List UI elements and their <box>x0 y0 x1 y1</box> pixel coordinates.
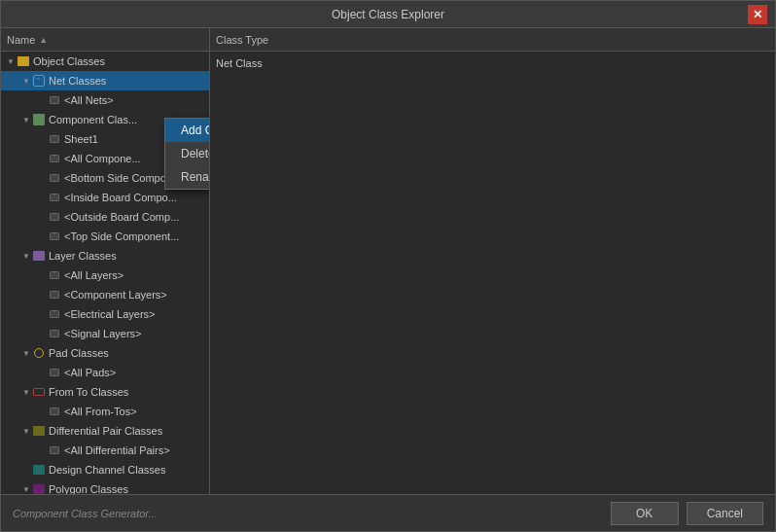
label-design-channel-classes: Design Channel Classes <box>49 464 165 476</box>
item-icon-all-diff-pairs <box>48 443 61 457</box>
expand-icon-layer-classes: ▼ <box>20 250 32 262</box>
label-electrical-layers: <Electrical Layers> <box>64 308 156 320</box>
tree-item-layer-classes[interactable]: ▼ Layer Classes <box>1 246 209 266</box>
fromto-icon-from-to-classes <box>32 385 46 399</box>
pad-icon-pad-classes <box>32 346 46 360</box>
column-header-row: Name ▲ Class Type <box>1 28 775 52</box>
tree-item-design-channel-classes[interactable]: Design Channel Classes <box>1 460 209 479</box>
window-title: Object Class Explorer <box>28 8 748 21</box>
item-icon-all-nets <box>48 93 61 107</box>
object-class-explorer-window: Object Class Explorer ✕ Name ▲ Class Typ… <box>0 0 776 532</box>
ctx-rename-class[interactable]: Rename Class <box>165 165 210 189</box>
label-all-components: <All Compone... <box>64 153 141 164</box>
tree-item-signal-layers[interactable]: <Signal Layers> <box>1 324 209 343</box>
label-inside-board: <Inside Board Compo... <box>64 192 177 203</box>
bottom-bar: Component Class Generator... OK Cancel <box>1 494 775 531</box>
item-icon-electrical-layers <box>48 307 61 321</box>
item-icon-all-components <box>48 152 61 165</box>
expand-icon-pad-classes: ▼ <box>20 347 32 359</box>
ok-button[interactable]: OK <box>611 502 679 525</box>
item-icon-all-pads <box>48 366 61 379</box>
channel-icon-design-channel <box>32 463 46 477</box>
diff-icon-diff-pair-classes <box>32 424 46 438</box>
expand-icon-all-nets <box>36 94 48 106</box>
right-panel: Net Class <box>210 52 775 494</box>
item-icon-bottom-side <box>48 171 61 185</box>
label-polygon-classes: Polygon Classes <box>49 483 128 494</box>
tree-item-pad-classes[interactable]: ▼ Pad Classes <box>1 343 209 363</box>
item-icon-sheet1 <box>48 132 61 146</box>
tree-item-net-classes[interactable]: ▼ Net Classes <box>1 71 209 90</box>
label-component-classes: Component Clas... <box>49 114 137 125</box>
item-icon-signal-layers <box>48 327 61 340</box>
label-all-diff-pairs: <All Differential Pairs> <box>64 444 170 456</box>
layer-icon-layer-classes <box>32 249 46 263</box>
tree-item-diff-pair-classes[interactable]: ▼ Differential Pair Classes <box>1 421 209 441</box>
tree-item-all-pads[interactable]: <All Pads> <box>1 363 209 382</box>
item-icon-top-side <box>48 230 61 243</box>
label-from-to-classes: From To Classes <box>49 386 128 398</box>
sort-arrow-icon: ▲ <box>39 35 48 45</box>
tree-item-all-from-tos[interactable]: <All From-Tos> <box>1 402 209 421</box>
tree-item-all-nets[interactable]: <All Nets> <box>1 90 209 110</box>
tree-item-top-side[interactable]: <Top Side Component... <box>1 227 209 246</box>
context-menu: Add Class Delete Class Rename Class <box>164 118 210 190</box>
tree-item-all-layers[interactable]: <All Layers> <box>1 266 209 285</box>
label-outside-board: <Outside Board Comp... <box>64 211 179 223</box>
component-class-generator-label[interactable]: Component Class Generator... <box>13 508 158 519</box>
label-all-pads: <All Pads> <box>64 367 116 378</box>
folder-icon-object-classes <box>17 54 30 68</box>
main-pane: ▼ Object Classes ▼ Net Classes <All Nets… <box>1 52 775 494</box>
tree-panel[interactable]: ▼ Object Classes ▼ Net Classes <All Nets… <box>1 52 210 494</box>
label-layer-classes: Layer Classes <box>49 250 117 262</box>
ctx-add-class[interactable]: Add Class <box>165 119 210 142</box>
tree-item-polygon-classes[interactable]: ▼ Polygon Classes <box>1 479 209 494</box>
bottom-buttons: OK Cancel <box>611 502 763 525</box>
name-column-header[interactable]: Name ▲ <box>1 28 210 51</box>
tree-item-object-classes[interactable]: ▼ Object Classes <box>1 52 209 71</box>
net-class-value: Net Class <box>216 53 769 73</box>
tree-item-electrical-layers[interactable]: <Electrical Layers> <box>1 304 209 324</box>
label-all-layers: <All Layers> <box>64 269 123 281</box>
label-signal-layers: <Signal Layers> <box>64 328 142 339</box>
comp-icon-component-classes <box>32 113 46 126</box>
label-all-from-tos: <All From-Tos> <box>64 406 137 417</box>
label-object-classes: Object Classes <box>33 55 105 67</box>
item-icon-component-layers <box>48 288 61 301</box>
expand-icon-diff-pair-classes: ▼ <box>20 425 32 437</box>
label-all-nets: <All Nets> <box>64 94 114 106</box>
close-button[interactable]: ✕ <box>748 5 767 24</box>
label-bottom-side: <Bottom Side Compo... <box>64 172 175 184</box>
item-icon-inside-board <box>48 191 61 204</box>
label-pad-classes: Pad Classes <box>49 347 109 359</box>
item-icon-outside-board <box>48 210 61 224</box>
expand-icon-component-classes: ▼ <box>20 114 32 125</box>
label-diff-pair-classes: Differential Pair Classes <box>49 425 162 437</box>
ctx-delete-class[interactable]: Delete Class <box>165 142 210 165</box>
polygon-icon-polygon-classes <box>32 482 46 494</box>
tree-item-component-layers[interactable]: <Component Layers> <box>1 285 209 304</box>
cancel-button[interactable]: Cancel <box>687 502 763 525</box>
item-icon-all-layers <box>48 268 61 282</box>
expand-icon-polygon-classes: ▼ <box>20 483 32 494</box>
title-bar: Object Class Explorer ✕ <box>1 1 775 28</box>
class-type-column-header: Class Type <box>210 28 775 51</box>
label-sheet1: Sheet1 <box>64 133 98 145</box>
right-data-content: Net Class <box>210 52 775 75</box>
label-top-side: <Top Side Component... <box>64 231 179 242</box>
expand-icon-object-classes: ▼ <box>5 55 17 67</box>
tree-item-from-to-classes[interactable]: ▼ From To Classes <box>1 382 209 402</box>
tree-item-all-diff-pairs[interactable]: <All Differential Pairs> <box>1 441 209 460</box>
expand-icon-from-to-classes: ▼ <box>20 386 32 398</box>
tree-item-inside-board[interactable]: <Inside Board Compo... <box>1 188 209 207</box>
item-icon-all-from-tos <box>48 405 61 418</box>
net-icon-net-classes <box>32 74 46 88</box>
label-component-layers: <Component Layers> <box>64 289 167 301</box>
expand-icon-net-classes: ▼ <box>20 75 32 87</box>
tree-item-outside-board[interactable]: <Outside Board Comp... <box>1 207 209 227</box>
expand-icon-sheet1 <box>36 133 48 145</box>
label-net-classes: Net Classes <box>49 75 106 87</box>
